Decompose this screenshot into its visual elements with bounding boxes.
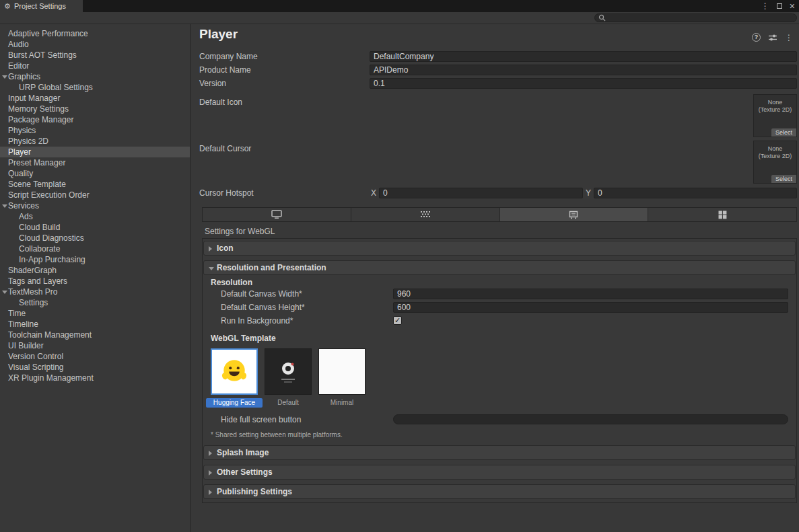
sidebar-item-label: Physics [8, 126, 36, 135]
sidebar-item-quality[interactable]: Quality [0, 168, 190, 179]
sidebar-item-burst-aot-settings[interactable]: Burst AOT Settings [0, 50, 190, 61]
sidebar-item-shadergraph[interactable]: ShaderGraph [0, 265, 190, 276]
settings-for-platform-heading: Settings for WebGL [205, 227, 275, 236]
version-input[interactable] [370, 78, 797, 89]
default-cursor-object-picker[interactable]: None (Texture 2D) Select [753, 141, 797, 184]
sidebar-item-label: Physics 2D [8, 137, 48, 146]
sidebar-item-in-app-purchasing[interactable]: In-App Purchasing [0, 254, 190, 265]
sidebar-item-scene-template[interactable]: Scene Template [0, 179, 190, 190]
help-icon[interactable]: ? [752, 33, 761, 42]
foldout-arrow-icon [209, 470, 212, 476]
template-label-default[interactable]: Default [265, 398, 312, 408]
close-icon[interactable]: × [790, 1, 795, 11]
sidebar-item-ads[interactable]: Ads [0, 211, 190, 222]
sidebar-item-label: Time [8, 309, 26, 318]
sidebar-item-editor[interactable]: Editor [0, 61, 190, 71]
foldout-arrow-icon[interactable] [2, 75, 7, 79]
sidebar-item-cloud-build[interactable]: Cloud Build [0, 222, 190, 233]
gear-icon: ⚙ [4, 2, 11, 11]
hotspot-x-input[interactable] [379, 188, 583, 198]
sidebar-item-label: Burst AOT Settings [8, 50, 77, 60]
sidebar-item-graphics[interactable]: Graphics [0, 71, 190, 82]
sidebar-item-urp-global-settings[interactable]: URP Global Settings [0, 82, 190, 93]
maximize-icon[interactable] [777, 3, 782, 9]
platform-tab-windows[interactable] [648, 208, 796, 221]
sidebar-item-package-manager[interactable]: Package Manager [0, 114, 190, 125]
default-cursor-select-button[interactable]: Select [771, 175, 796, 183]
sidebar-item-adaptive-performance[interactable]: Adaptive Performance [0, 28, 190, 39]
sidebar-item-xr-plugin-management[interactable]: XR Plugin Management [0, 373, 190, 383]
foldout-arrow-icon [209, 267, 214, 270]
hotspot-x-label: X [371, 188, 376, 198]
company-name-input[interactable] [370, 51, 797, 62]
sidebar-item-settings[interactable]: Settings [0, 297, 190, 308]
sidebar-item-timeline[interactable]: Timeline [0, 319, 190, 330]
template-card-hugging-face[interactable] [211, 348, 258, 395]
sidebar-item-label: XR Plugin Management [8, 373, 94, 383]
section-header-other-settings[interactable]: Other Settings [203, 465, 796, 480]
sidebar-item-label: Quality [8, 169, 33, 178]
foldout-arrow-icon[interactable] [2, 291, 7, 294]
platform-tab-dedicated-server[interactable] [351, 208, 499, 221]
sidebar-item-physics[interactable]: Physics [0, 125, 190, 136]
project-settings-window-tab[interactable]: ⚙ Project Settings [0, 0, 83, 12]
title-bar: ⚙ Project Settings ⋮ × [0, 0, 799, 12]
default-icon-object-picker[interactable]: None (Texture 2D) Select [753, 94, 797, 137]
template-card-minimal[interactable] [318, 348, 366, 395]
section-header-icon[interactable]: Icon [203, 241, 796, 256]
sidebar-item-memory-settings[interactable]: Memory Settings [0, 104, 190, 114]
kebab-menu-icon[interactable]: ⋮ [785, 34, 793, 42]
canvas-height-input[interactable] [393, 302, 788, 313]
platform-tab-webgl[interactable] [500, 208, 648, 221]
sidebar-item-label: Cloud Build [19, 223, 60, 232]
section-header-publishing-settings[interactable]: Publishing Settings [203, 484, 796, 499]
section-header-splash-image[interactable]: Splash Image [203, 445, 796, 460]
sidebar-item-version-control[interactable]: Version Control [0, 351, 190, 362]
sidebar-item-physics-2d[interactable]: Physics 2D [0, 136, 190, 147]
dedicated-server-icon [420, 211, 431, 219]
product-name-input[interactable] [370, 65, 797, 75]
section-header-resolution-presentation[interactable]: Resolution and Presentation [203, 260, 796, 275]
sidebar-item-audio[interactable]: Audio [0, 39, 190, 50]
default-icon-select-button[interactable]: Select [771, 128, 796, 137]
canvas-height-label: Default Canvas Height* [221, 303, 305, 312]
template-label-hugging-face[interactable]: Hugging Face [206, 398, 263, 408]
sidebar-item-script-execution-order[interactable]: Script Execution Order [0, 190, 190, 200]
sidebar-item-label: Memory Settings [8, 104, 69, 114]
template-card-default[interactable] [265, 348, 312, 395]
sidebar-item-cloud-diagnostics[interactable]: Cloud Diagnostics [0, 233, 190, 243]
window-menu-icon[interactable]: ⋮ [761, 2, 769, 10]
webgl-icon [569, 211, 578, 219]
template-label-minimal[interactable]: Minimal [318, 398, 366, 408]
presets-icon[interactable] [768, 34, 777, 42]
sidebar-item-input-manager[interactable]: Input Manager [0, 93, 190, 104]
foldout-arrow-icon[interactable] [2, 204, 7, 208]
section-label: Publishing Settings [217, 487, 292, 496]
hide-fullscreen-input[interactable] [393, 414, 788, 424]
version-label: Version [199, 79, 226, 88]
hotspot-y-input[interactable] [594, 188, 797, 198]
sidebar-item-player[interactable]: Player [0, 147, 190, 157]
sidebar-item-label: TextMesh Pro [8, 287, 57, 297]
sidebar-item-label: URP Global Settings [19, 83, 93, 92]
sidebar-item-label: Settings [19, 298, 48, 307]
sidebar-item-visual-scripting[interactable]: Visual Scripting [0, 362, 190, 373]
sidebar-item-time[interactable]: Time [0, 308, 190, 319]
sidebar-item-ui-builder[interactable]: UI Builder [0, 340, 190, 351]
sidebar-item-label: Adaptive Performance [8, 29, 88, 38]
platform-tab-desktop[interactable] [203, 208, 351, 221]
sidebar-item-tags-and-layers[interactable]: Tags and Layers [0, 276, 190, 287]
foldout-arrow-icon [209, 451, 212, 456]
search-input[interactable] [608, 14, 796, 22]
canvas-width-input[interactable] [393, 289, 788, 299]
sidebar-item-label: Collaborate [19, 244, 60, 254]
search-field[interactable] [594, 13, 797, 22]
sidebar-item-services[interactable]: Services [0, 200, 190, 211]
sidebar-item-label: Scene Template [8, 180, 66, 189]
run-in-background-checkbox[interactable] [393, 316, 402, 325]
sidebar-item-toolchain-management[interactable]: Toolchain Management [0, 330, 190, 340]
sidebar-item-label: ShaderGraph [8, 266, 57, 275]
sidebar-item-textmesh-pro[interactable]: TextMesh Pro [0, 287, 190, 297]
sidebar-item-collaborate[interactable]: Collaborate [0, 243, 190, 254]
sidebar-item-preset-manager[interactable]: Preset Manager [0, 157, 190, 168]
